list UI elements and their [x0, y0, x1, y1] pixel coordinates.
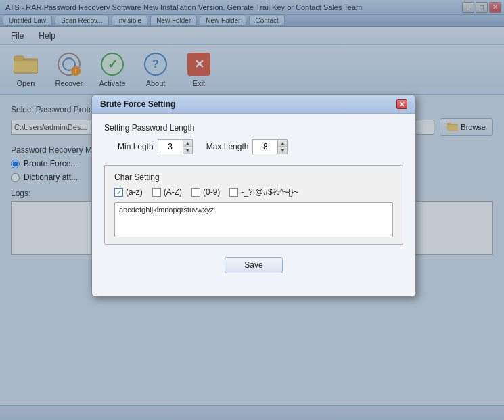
- save-button[interactable]: Save: [225, 257, 282, 273]
- char-setting-title: Char Setting: [114, 172, 393, 182]
- dialog-footer: Save: [104, 253, 403, 273]
- min-length-up-arrow[interactable]: ▲: [183, 140, 192, 147]
- max-length-spinner[interactable]: ▲ ▼: [252, 139, 288, 154]
- az-lower-label: (a-z): [126, 187, 143, 197]
- min-length-down-arrow[interactable]: ▼: [183, 147, 192, 154]
- checkbox-special[interactable]: -_?!@#$%^~{}~: [229, 187, 298, 197]
- brute-force-dialog: Brute Force Setting ✕ Setting Password L…: [91, 95, 416, 297]
- min-length-input[interactable]: [158, 140, 183, 154]
- max-length-up-arrow[interactable]: ▲: [277, 140, 287, 147]
- dialog-title-bar: Brute Force Setting ✕: [92, 95, 415, 114]
- charset-preview: abcdefghijklmnopqrstuvwxyz: [114, 202, 393, 237]
- max-length-down-arrow[interactable]: ▼: [277, 147, 287, 154]
- password-length-row: Min Legth ▲ ▼ Max Length ▲: [104, 139, 403, 154]
- checkbox-az-upper[interactable]: (A-Z): [152, 187, 182, 197]
- az-upper-checkbox[interactable]: [152, 188, 161, 197]
- min-length-group: Min Legth ▲ ▼: [118, 139, 193, 154]
- dialog-title: Brute Force Setting: [100, 99, 175, 109]
- min-length-arrows: ▲ ▼: [183, 140, 192, 154]
- dialog-body: Setting Password Length Min Legth ▲ ▼ Ma…: [92, 114, 415, 283]
- special-label: -_?!@#$%^~{}~: [241, 187, 298, 197]
- dialog-close-button[interactable]: ✕: [396, 99, 407, 109]
- checkbox-az-lower[interactable]: (a-z): [114, 187, 143, 197]
- digits-label: (0-9): [203, 187, 220, 197]
- special-checkbox[interactable]: [229, 188, 238, 197]
- az-upper-label: (A-Z): [164, 187, 182, 197]
- checkbox-digits[interactable]: (0-9): [191, 187, 220, 197]
- min-length-spinner[interactable]: ▲ ▼: [158, 139, 193, 154]
- max-length-input[interactable]: [253, 140, 277, 154]
- min-length-label: Min Legth: [118, 142, 154, 151]
- max-length-label: Max Length: [206, 142, 249, 151]
- az-lower-checkbox[interactable]: [114, 188, 123, 197]
- digits-checkbox[interactable]: [191, 188, 200, 197]
- password-length-label: Setting Password Length: [104, 123, 403, 133]
- max-length-arrows: ▲ ▼: [277, 140, 287, 154]
- char-setting-box: Char Setting (a-z) (A-Z) (0-9): [104, 165, 403, 245]
- char-checkboxes: (a-z) (A-Z) (0-9) -_?!@#$%^~{}~: [114, 187, 393, 197]
- app-wrapper: ATS - RAR Password Recovery Software New…: [0, 0, 504, 420]
- max-length-group: Max Length ▲ ▼: [206, 139, 288, 154]
